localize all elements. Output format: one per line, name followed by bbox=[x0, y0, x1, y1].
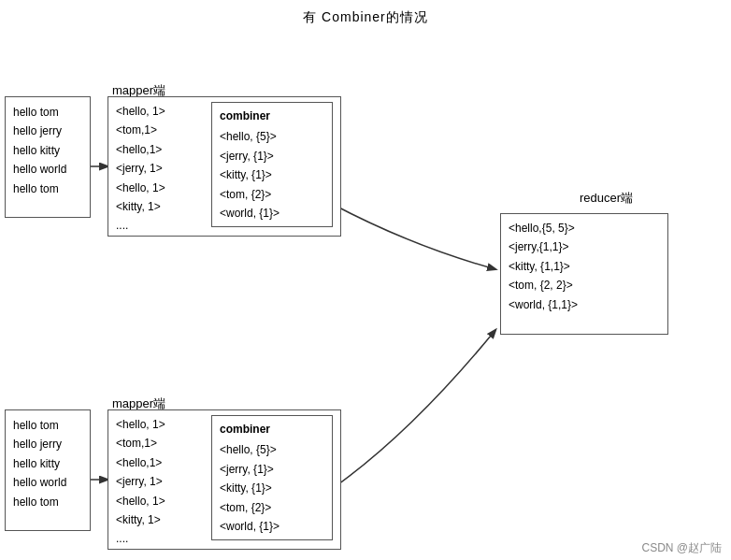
top-combiner-item-4: <tom, {2}> bbox=[220, 185, 324, 204]
reducer-box: <hello,{5, 5}> <jerry,{1,1}> <kitty, {1,… bbox=[500, 213, 668, 335]
bottom-combiner-item-5: <world, {1}> bbox=[220, 517, 324, 536]
bottom-input-line-2: hello jerry bbox=[13, 435, 82, 453]
reducer-item-2: <jerry,{1,1}> bbox=[509, 237, 660, 256]
top-input-line-2: hello jerry bbox=[13, 122, 82, 140]
bottom-mapper-item-5: <hello, 1> bbox=[116, 492, 165, 510]
top-mapper-item-7: .... bbox=[116, 216, 165, 235]
top-combiner-box: combiner <hello, {5}> <jerry, {1}> <kitt… bbox=[211, 102, 333, 227]
bottom-combiner-item-1: <hello, {5}> bbox=[220, 440, 324, 459]
reducer-item-1: <hello,{5, 5}> bbox=[509, 219, 660, 237]
top-mapper-item-1: <hello, 1> bbox=[116, 102, 165, 121]
bottom-mapper-item-2: <tom,1> bbox=[116, 434, 165, 452]
top-combiner-label: combiner bbox=[220, 107, 324, 125]
bottom-mapper-item-7: .... bbox=[116, 529, 165, 548]
top-mapper-item-4: <jerry, 1> bbox=[116, 159, 165, 178]
top-mapper-box: <hello, 1> <tom,1> <hello,1> <jerry, 1> … bbox=[108, 96, 341, 237]
top-combiner-item-2: <jerry, {1}> bbox=[220, 147, 324, 165]
top-combiner-item-5: <world, {1}> bbox=[220, 204, 324, 223]
bottom-input-line-5: hello tom bbox=[13, 493, 82, 511]
top-input-box: hello tom hello jerry hello kitty hello … bbox=[5, 96, 91, 218]
top-mapper-item-5: <hello, 1> bbox=[116, 179, 165, 197]
reducer-item-3: <kitty, {1,1}> bbox=[509, 257, 660, 276]
bottom-combiner-box: combiner <hello, {5}> <jerry, {1}> <kitt… bbox=[211, 415, 333, 540]
bottom-mapper-item-6: <kitty, 1> bbox=[116, 510, 165, 529]
reducer-item-4: <tom, {2, 2}> bbox=[509, 276, 660, 294]
top-mapper-item-6: <kitty, 1> bbox=[116, 197, 165, 216]
watermark: CSDN @赵广陆 bbox=[641, 540, 722, 556]
bottom-mapper-item-4: <jerry, 1> bbox=[116, 472, 165, 491]
top-mapper-item-3: <hello,1> bbox=[116, 140, 165, 159]
bottom-input-line-4: hello world bbox=[13, 473, 82, 492]
page-title: 有 Combiner的情况 bbox=[0, 0, 731, 26]
bottom-combiner-label: combiner bbox=[220, 420, 324, 438]
bottom-input-line-1: hello tom bbox=[13, 416, 82, 435]
bottom-mapper-item-1: <hello, 1> bbox=[116, 415, 165, 434]
top-mapper-items: <hello, 1> <tom,1> <hello,1> <jerry, 1> … bbox=[116, 102, 165, 236]
bottom-mapper-item-3: <hello,1> bbox=[116, 453, 165, 472]
top-input-line-4: hello world bbox=[13, 160, 82, 179]
top-input-line-5: hello tom bbox=[13, 179, 82, 198]
bottom-input-box: hello tom hello jerry hello kitty hello … bbox=[5, 409, 91, 531]
bottom-input-line-3: hello kitty bbox=[13, 454, 82, 473]
bottom-combiner-item-3: <kitty, {1}> bbox=[220, 479, 324, 497]
reducer-label: reducer端 bbox=[580, 190, 633, 207]
top-combiner-item-1: <hello, {5}> bbox=[220, 127, 324, 146]
bottom-mapper-box: <hello, 1> <tom,1> <hello,1> <jerry, 1> … bbox=[108, 409, 341, 550]
bottom-mapper-items: <hello, 1> <tom,1> <hello,1> <jerry, 1> … bbox=[116, 415, 165, 549]
top-mapper-item-2: <tom,1> bbox=[116, 121, 165, 139]
top-input-line-3: hello kitty bbox=[13, 141, 82, 160]
bottom-combiner-item-4: <tom, {2}> bbox=[220, 498, 324, 517]
reducer-item-5: <world, {1,1}> bbox=[509, 295, 660, 314]
diagram-area: mapper端 hello tom hello jerry hello kitt… bbox=[0, 31, 731, 560]
top-input-line-1: hello tom bbox=[13, 103, 82, 122]
top-combiner-item-3: <kitty, {1}> bbox=[220, 165, 324, 184]
bottom-combiner-item-2: <jerry, {1}> bbox=[220, 460, 324, 479]
